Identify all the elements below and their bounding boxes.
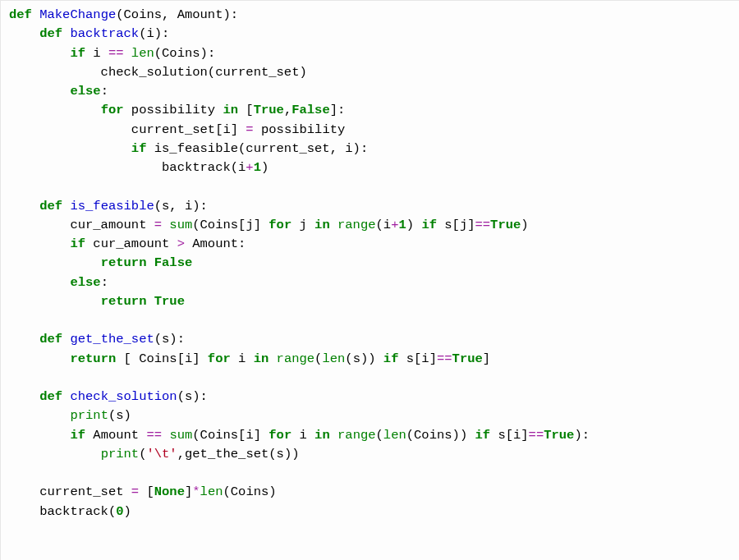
code-token — [269, 351, 276, 366]
code-token: 1 — [254, 160, 261, 175]
code-token: True — [490, 218, 521, 232]
code-token: range — [277, 351, 315, 366]
code-token — [124, 46, 131, 61]
code-line: check_solution(current_set) — [9, 65, 307, 80]
code-token: if — [421, 218, 437, 232]
code-token: ): — [574, 428, 590, 443]
code-token: ) — [261, 160, 269, 175]
code-token — [9, 294, 101, 309]
code-line: if cur_amount > Amount: — [9, 236, 246, 251]
code-token: : — [101, 84, 108, 99]
code-token — [9, 26, 39, 41]
code-token: + — [246, 160, 253, 175]
code-token: (Coins[i] — [192, 428, 269, 443]
code-token — [330, 218, 337, 232]
code-token: == — [108, 46, 124, 61]
code-token: 1 — [398, 218, 406, 232]
code-token: [ — [238, 103, 254, 117]
code-token: len — [322, 351, 345, 366]
code-token — [9, 199, 39, 213]
code-token — [9, 275, 70, 290]
code-token: get_the_set — [70, 332, 154, 347]
code-token: possibility — [124, 103, 223, 117]
code-token: ] — [483, 351, 490, 366]
code-token: range — [337, 428, 376, 443]
code-token: check_solution — [70, 389, 177, 404]
code-token: '\t' — [146, 447, 177, 461]
code-token: len — [200, 484, 223, 499]
code-line: return False — [9, 255, 192, 270]
code-line: backtrack(i+1) — [9, 160, 269, 175]
code-token: ( — [376, 428, 383, 443]
code-token: len — [131, 46, 154, 61]
code-token: print — [70, 408, 108, 423]
code-line: def MakeChange(Coins, Amount): — [9, 7, 238, 22]
code-token: cur_amount — [85, 236, 177, 251]
code-token: True — [154, 294, 185, 309]
code-token: (Coins[j] — [192, 218, 269, 232]
code-token: [ — [139, 484, 154, 499]
code-line: current_set = [None]*len(Coins) — [9, 484, 277, 499]
code-line: current_set[i] = possibility — [9, 122, 345, 137]
code-token: False — [154, 255, 193, 270]
code-token: in — [314, 428, 330, 443]
code-token: sum — [169, 218, 192, 232]
code-token: possibility — [254, 122, 346, 137]
code-token: is_feasible — [70, 199, 154, 213]
code-token: = — [246, 122, 253, 137]
code-token — [9, 103, 101, 117]
code-token: Amount: — [185, 236, 246, 251]
code-token: if — [70, 236, 85, 251]
code-token: (Coins, Amount): — [116, 7, 238, 22]
code-token: ) — [406, 218, 422, 232]
code-token: (s)) — [345, 351, 383, 366]
code-token: if — [131, 141, 147, 156]
code-line: def is_feasible(s, i): — [9, 199, 208, 213]
code-token: > — [177, 236, 185, 251]
code-token: s[j] — [437, 218, 475, 232]
code-token: Amount — [85, 428, 146, 443]
code-line: if i == len(Coins): — [9, 46, 215, 61]
code-token: return — [101, 294, 154, 309]
code-token: cur_amount — [9, 218, 154, 232]
code-line: for possibility in [True,False]: — [9, 103, 345, 117]
code-token: True — [544, 428, 574, 443]
code-token: def — [9, 7, 39, 22]
code-line: backtrack(0) — [9, 504, 131, 519]
code-token — [162, 428, 169, 443]
code-token — [9, 141, 131, 156]
code-token: == — [437, 351, 452, 366]
code-token: else — [70, 84, 100, 99]
code-token: print — [101, 447, 140, 461]
code-token: if — [475, 428, 490, 443]
code-line: if Amount == sum(Coins[i] for i in range… — [9, 428, 590, 443]
code-token: (i — [376, 218, 392, 232]
code-token: in — [254, 351, 269, 366]
code-token: True — [452, 351, 483, 366]
code-token: len — [383, 428, 406, 443]
code-token — [9, 428, 70, 443]
code-token: s[i] — [398, 351, 437, 366]
code-token: sum — [169, 428, 192, 443]
code-token: (s) — [108, 408, 131, 423]
code-token: : — [101, 275, 108, 290]
code-token: (i): — [139, 26, 169, 41]
code-line: else: — [9, 275, 108, 290]
code-token: (Coins)) — [406, 428, 475, 443]
code-token: is_feasible(current_set, i): — [146, 141, 368, 156]
code-token: def — [39, 389, 70, 404]
code-line: if is_feasible(current_set, i): — [9, 141, 368, 156]
code-token: i — [231, 351, 254, 366]
code-token: return — [101, 255, 154, 270]
code-token: [ Coins[i] — [116, 351, 208, 366]
code-token: in — [314, 218, 330, 232]
code-token: def — [39, 26, 70, 41]
code-line: cur_amount = sum(Coins[j] for j in range… — [9, 218, 529, 232]
code-token: None — [154, 484, 185, 499]
code-token: * — [192, 484, 200, 499]
code-token: i — [291, 428, 314, 443]
code-line: def get_the_set(s): — [9, 332, 185, 347]
code-token: (Coins): — [154, 46, 215, 61]
code-token: (s, i): — [154, 199, 208, 213]
code-token: return — [70, 351, 116, 366]
